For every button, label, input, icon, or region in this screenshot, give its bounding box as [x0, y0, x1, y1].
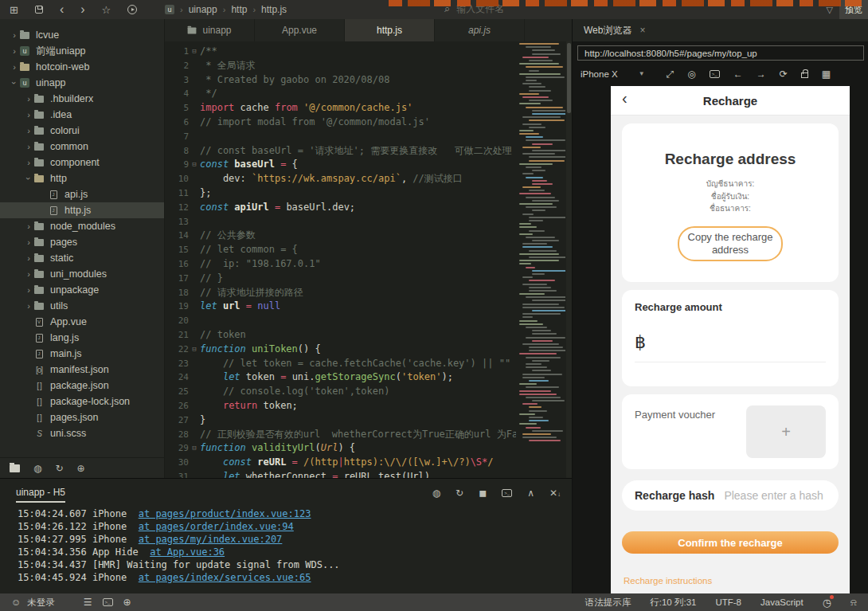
breadcrumb-item[interactable]: http.js: [261, 4, 287, 15]
editor-scrollbar[interactable]: [566, 41, 572, 478]
encoding-status[interactable]: UTF-8: [715, 597, 741, 607]
tree-item-main-js[interactable]: Jmain.js: [0, 346, 164, 362]
debug-icon[interactable]: ◍: [432, 488, 440, 499]
expand-arrow-icon[interactable]: ›: [24, 301, 33, 311]
editor-tab-uinapp[interactable]: uinapp: [165, 19, 255, 41]
tree-item-http[interactable]: ›http: [0, 170, 164, 186]
restart-icon[interactable]: ↻: [456, 488, 463, 499]
files-view-icon[interactable]: [10, 464, 20, 472]
tree-item-uni_modules[interactable]: ›uni_modules: [0, 266, 164, 282]
code-line[interactable]: 26 return token;: [165, 399, 516, 413]
tree-item-package-lock-json[interactable]: [ ]package-lock.json: [0, 394, 164, 409]
expand-arrow-icon[interactable]: ›: [24, 237, 33, 247]
expand-arrow-icon[interactable]: ›: [24, 269, 33, 279]
hash-input[interactable]: [724, 489, 826, 502]
tree-item-pages-json[interactable]: [ ]pages.json: [0, 409, 164, 425]
outline-list-icon[interactable]: ☰: [84, 597, 92, 608]
scrollbar-thumb[interactable]: [567, 43, 571, 113]
lock-icon[interactable]: [801, 72, 808, 78]
tree-item-api-js[interactable]: Japi.js: [0, 186, 164, 202]
nav-back-icon[interactable]: ←: [733, 69, 743, 80]
code-line[interactable]: 13: [165, 215, 516, 229]
code-line[interactable]: 23 // let token = cache.fetchCache('cach…: [165, 357, 516, 371]
tree-item-common[interactable]: ›common: [0, 139, 164, 155]
upload-voucher-button[interactable]: +: [746, 405, 826, 458]
syntax-library-status[interactable]: 语法提示库: [585, 597, 631, 609]
code-line[interactable]: 15// let common = {: [165, 243, 516, 257]
code-line[interactable]: 16// ip: "198.167.0.1": [165, 257, 516, 272]
sync-view-icon[interactable]: ↻: [55, 463, 63, 474]
expand-arrow-icon[interactable]: ›: [24, 253, 33, 263]
source-location-link[interactable]: at pages/product/index.vue:123: [139, 508, 311, 519]
source-location-link[interactable]: at pages/order/index.vue:94: [139, 521, 294, 532]
collapse-icon[interactable]: ∧: [527, 488, 534, 499]
tree-item-uinapp[interactable]: ›uuinapp: [0, 75, 164, 91]
tree-item--uniapp[interactable]: ›u前端uniapp: [0, 43, 164, 59]
nav-forward-icon[interactable]: →: [757, 69, 766, 80]
code-line[interactable]: 18// 请求地址拼接的路径: [165, 286, 516, 300]
code-line[interactable]: 8// const baseUrl = '请求地址'; 需要更换直接改 可做二次…: [165, 144, 516, 159]
code-line[interactable]: 6// import modal from '@/common/modal.js…: [165, 116, 516, 130]
settings-gear-icon[interactable]: ◎: [687, 69, 695, 80]
update-clock-icon[interactable]: ◷: [823, 597, 831, 609]
expand-arrow-icon[interactable]: ›: [24, 158, 33, 167]
code-line[interactable]: 17// }: [165, 272, 516, 286]
tree-item-App-vue[interactable]: VApp.vue: [0, 314, 164, 330]
language-mode[interactable]: JavaScript: [760, 597, 803, 607]
copy-address-button[interactable]: Copy the recharge address: [678, 226, 783, 262]
tree-item-component[interactable]: ›component: [0, 155, 164, 170]
tree-item-package-json[interactable]: [ ]package.json: [0, 378, 164, 394]
editor-tab-App-vue[interactable]: App.vue: [255, 19, 345, 41]
confirm-recharge-button[interactable]: Confirm the recharge: [622, 531, 839, 554]
code-line[interactable]: 21// token: [165, 328, 516, 343]
plugins-view-icon[interactable]: ⊕: [77, 463, 85, 474]
clear-icon[interactable]: ✕↓: [549, 488, 561, 499]
code-line[interactable]: 27}: [165, 413, 516, 428]
preview-button[interactable]: 预览: [839, 0, 868, 19]
code-line[interactable]: 11};: [165, 186, 516, 201]
source-location-link[interactable]: at App.vue:36: [150, 546, 225, 558]
refresh-icon[interactable]: ⟳: [780, 69, 788, 80]
code-area[interactable]: 1⊟/**2 * 全局请求3 * Created by gaobo on 202…: [165, 41, 516, 478]
tree-item-pages[interactable]: ›pages: [0, 234, 164, 250]
code-line[interactable]: 22⊟function uniToken() {: [165, 343, 516, 357]
code-editor[interactable]: 1⊟/**2 * 全局请求3 * Created by gaobo on 202…: [165, 41, 572, 478]
tree-item--hbuilderx[interactable]: ›.hbuilderx: [0, 91, 164, 107]
code-line[interactable]: 10 dev: `https://wk.amspay.cc/api`, //测试…: [165, 172, 516, 186]
breadcrumb-item[interactable]: http: [231, 4, 247, 15]
tree-item-utils[interactable]: ›utils: [0, 298, 164, 314]
expand-arrow-icon[interactable]: ›: [10, 62, 19, 72]
code-line[interactable]: 14// 公共参数: [165, 229, 516, 243]
code-line[interactable]: 31 let whetherConnect = reURL.test(Url): [165, 470, 516, 478]
devtools-console-icon[interactable]: >_: [710, 70, 720, 78]
tree-item-http-js[interactable]: Jhttp.js: [0, 202, 164, 218]
source-location-link[interactable]: at pages/my/index.vue:207: [139, 534, 283, 545]
new-file-icon[interactable]: ⊞: [10, 5, 18, 15]
expand-arrow-icon[interactable]: ›: [24, 221, 33, 231]
expand-arrow-icon[interactable]: ›: [10, 46, 19, 56]
expand-arrow-icon[interactable]: ›: [24, 174, 33, 183]
fold-marker-icon[interactable]: ⊟: [189, 45, 200, 59]
tree-item-hotcoin-web[interactable]: ›hotcoin-web: [0, 59, 164, 75]
expand-arrow-icon[interactable]: ›: [24, 285, 33, 295]
fold-marker-icon[interactable]: ⊟: [189, 158, 200, 172]
terminal-icon[interactable]: >_: [502, 489, 512, 497]
code-line[interactable]: 19let url = null: [165, 300, 516, 314]
back-chevron-icon[interactable]: ‹: [622, 90, 628, 106]
source-location-link[interactable]: at pages/index/services.vue:65: [139, 572, 311, 583]
tree-item--idea[interactable]: ›.idea: [0, 107, 164, 123]
tree-item-unpackage[interactable]: ›unpackage: [0, 282, 164, 298]
tree-item-node_modules[interactable]: ›node_modules: [0, 218, 164, 234]
notification-bell-icon[interactable]: ⍾: [850, 597, 857, 608]
debug-view-icon[interactable]: ◍: [33, 463, 41, 474]
expand-arrow-icon[interactable]: ›: [24, 94, 33, 104]
code-line[interactable]: 25 // console.log('token',token): [165, 385, 516, 399]
filter-icon[interactable]: ▽: [827, 5, 833, 15]
device-select[interactable]: iPhone X ▼: [581, 69, 645, 79]
tree-item-static[interactable]: ›static: [0, 250, 164, 266]
fold-marker-icon[interactable]: ⊟: [189, 441, 200, 456]
fold-marker-icon[interactable]: ⊟: [189, 343, 200, 357]
tree-item-lang-js[interactable]: Jlang.js: [0, 330, 164, 346]
code-line[interactable]: 3 * Created by gaobo on 2020/08/08: [165, 73, 516, 88]
expand-arrow-icon[interactable]: ›: [10, 30, 19, 40]
